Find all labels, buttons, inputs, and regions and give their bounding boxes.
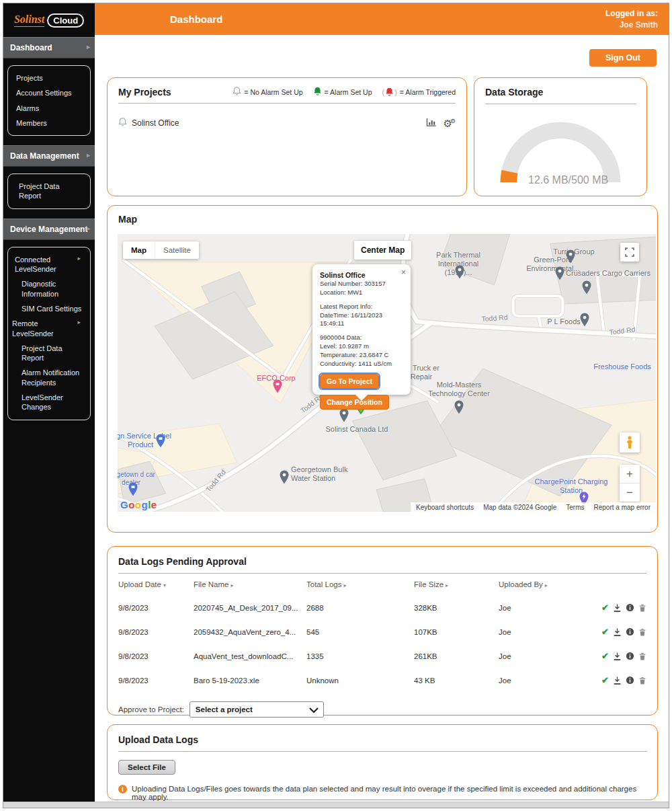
info-icon[interactable] (626, 652, 634, 660)
map-attribution: Keyboard shortcuts Map data ©2024 Google… (411, 502, 656, 512)
terms-link[interactable]: Terms (566, 504, 584, 511)
poi-pin-sign-service[interactable] (156, 434, 166, 448)
sign-out-button[interactable]: Sign Out (589, 49, 657, 67)
poi-pin-green-port[interactable] (555, 266, 565, 280)
sidebar-item-remote-levelsender[interactable]: Remote LevelSender ▸ (8, 316, 90, 341)
map-type-map-button[interactable]: Map (123, 241, 155, 259)
google-logo[interactable]: Google (120, 499, 157, 510)
map-type-satellite-button[interactable]: Satellite (155, 241, 199, 259)
legend-label: = Alarm Set Up (325, 88, 372, 96)
column-upload-date[interactable]: Upload Date▾ (118, 580, 194, 588)
info-icon[interactable] (626, 676, 634, 685)
sidebar-item-alarm-notification-recipients[interactable]: Alarm Notification Recipients (8, 365, 90, 390)
poi-pin-efco[interactable] (273, 379, 283, 393)
cell-total-logs: 1335 (306, 652, 414, 660)
keyboard-shortcuts-link[interactable]: Keyboard shortcuts (416, 504, 474, 511)
fullscreen-button[interactable] (620, 243, 639, 262)
info-icon[interactable] (626, 627, 634, 636)
project-name[interactable]: Solinst Office (132, 118, 179, 128)
zoom-in-button[interactable]: + (620, 465, 640, 484)
approve-check-icon[interactable]: ✔ (601, 675, 609, 685)
data-storage-panel: Data Storage 12.6 MB/500 MB (474, 77, 647, 196)
trash-icon[interactable] (638, 676, 646, 685)
table-row: 9/8/2023 AquaVent_test_downloadC... 1335… (118, 651, 646, 661)
sidebar-item-diagnostic-information[interactable]: Diagnostic Information (8, 276, 90, 301)
pegman-control[interactable] (620, 432, 640, 453)
approve-check-icon[interactable]: ✔ (601, 603, 609, 613)
data-logs-title: Data Logs Pending Approval (118, 556, 247, 567)
sidebar-item-sim-card-settings[interactable]: SIM Card Settings (8, 301, 90, 316)
poi-label-mold-masters[interactable]: Mold-Masters Technology Center (419, 381, 499, 398)
download-icon[interactable] (613, 676, 622, 685)
column-uploaded-by[interactable]: Uploaded By▸ (499, 580, 590, 588)
poi-pin-turris[interactable] (566, 249, 576, 264)
sidebar-section-label: Dashboard (10, 43, 52, 52)
app-window: Solinst Cloud Dashboard ▸ Projects Accou… (3, 3, 669, 808)
screenshot-frame: Solinst Cloud Dashboard ▸ Projects Accou… (0, 0, 672, 811)
select-file-button[interactable]: Select File (118, 760, 175, 775)
sidebar-section-dashboard[interactable]: Dashboard ▸ (3, 37, 95, 59)
poi-pin-solinst-canada[interactable] (339, 408, 349, 422)
chevron-right-icon: ▸ (77, 319, 81, 327)
sidebar-section-device-management[interactable]: Device Management ▸ (3, 219, 95, 240)
sidebar-item-projects[interactable]: Projects (8, 71, 90, 85)
bell-green-icon (313, 86, 322, 98)
map-canvas[interactable]: Park Thermal International (1996)... Gre… (118, 234, 656, 512)
report-map-error-link[interactable]: Report a map error (594, 504, 650, 511)
sidebar-item-connected-levelsender[interactable]: Connected LevelSender ▸ (8, 252, 90, 277)
poi-pin-georgetown-bulk[interactable] (280, 470, 290, 484)
chevron-right-icon: ▸ (87, 43, 90, 50)
download-icon[interactable] (613, 627, 622, 637)
approve-check-icon[interactable]: ✔ (601, 651, 609, 661)
zoom-out-button[interactable]: − (620, 484, 640, 502)
bell-outline-icon (233, 86, 241, 98)
trash-icon[interactable] (638, 603, 646, 613)
sidebar-item-project-data-report[interactable]: Project Data Report (8, 179, 90, 204)
column-file-name[interactable]: File Name▸ (194, 580, 306, 588)
cell-file-size: 107KB (414, 628, 499, 636)
sidebar-section-label: Data Management (10, 151, 79, 161)
column-file-size[interactable]: File Size▸ (414, 580, 499, 588)
sidebar-section-data-management[interactable]: Data Management ▸ (3, 145, 95, 167)
poi-pin-park-thermal[interactable] (455, 265, 465, 279)
download-icon[interactable] (613, 652, 622, 661)
trash-icon[interactable] (638, 652, 646, 661)
my-projects-panel: My Projects = No Alarm Set Up = Alarm Se… (107, 77, 467, 196)
project-select[interactable]: Select a project (190, 701, 324, 718)
approve-check-icon[interactable]: ✔ (601, 627, 609, 637)
upload-title: Upload Data Logs (118, 734, 198, 745)
poi-label-freshouse-foods[interactable]: Freshouse Foods (585, 362, 656, 371)
table-row: 9/8/2023 Baro 5-19-2023.xle Unknown 43 K… (118, 675, 646, 685)
bell-red-ringing-icon (382, 87, 396, 97)
sort-right-icon: ▸ (230, 582, 233, 588)
pegman-icon (626, 436, 634, 449)
sidebar-item-levelsender-changes[interactable]: LevelSender Changes (8, 390, 90, 415)
poi-pin-pl-foods[interactable] (580, 313, 590, 327)
logo-cloud: Cloud (47, 13, 84, 28)
sidebar-item-members[interactable]: Members (8, 116, 90, 130)
poi-label-solinst-canada[interactable]: Solinst Canada Ltd (317, 425, 397, 434)
cell-total-logs: Unknown (306, 677, 414, 685)
poi-label-chargepoint[interactable]: ChargePoint Charging Station (534, 477, 608, 495)
column-total-logs[interactable]: Total Logs▸ (306, 580, 414, 588)
logged-in-block: Logged in as: Joe Smith (605, 8, 669, 30)
poi-pin-crusaders[interactable] (582, 280, 592, 295)
sidebar-item-account-settings[interactable]: Account Settings (8, 85, 90, 100)
sidebar-item-remote-project-data-report[interactable]: Project Data Report (8, 341, 90, 366)
go-to-project-button[interactable]: Go To Project (320, 374, 379, 389)
center-map-button[interactable]: Center Map (354, 241, 411, 260)
change-position-button[interactable]: Change Position (320, 395, 389, 410)
sidebar-item-alarms[interactable]: Alarms (8, 101, 90, 116)
cell-upload-date: 9/8/2023 (118, 677, 194, 685)
poi-label-crusaders[interactable]: Crusaders Cargo Carriers (554, 269, 656, 278)
project-settings-gears-icon[interactable]: ⚙⚙ (443, 118, 456, 128)
poi-label-georgetown-bulk[interactable]: Georgetown Bulk Water Station (291, 465, 365, 483)
trash-icon[interactable] (638, 627, 646, 637)
download-icon[interactable] (613, 603, 622, 613)
sort-right-icon: ▸ (446, 582, 448, 588)
poi-pin-mold-masters[interactable] (454, 400, 464, 414)
poi-pin-georgetown-dealer[interactable] (128, 482, 138, 496)
info-icon[interactable] (626, 603, 634, 612)
project-chart-icon[interactable] (426, 118, 437, 129)
close-icon[interactable]: × (401, 267, 406, 278)
